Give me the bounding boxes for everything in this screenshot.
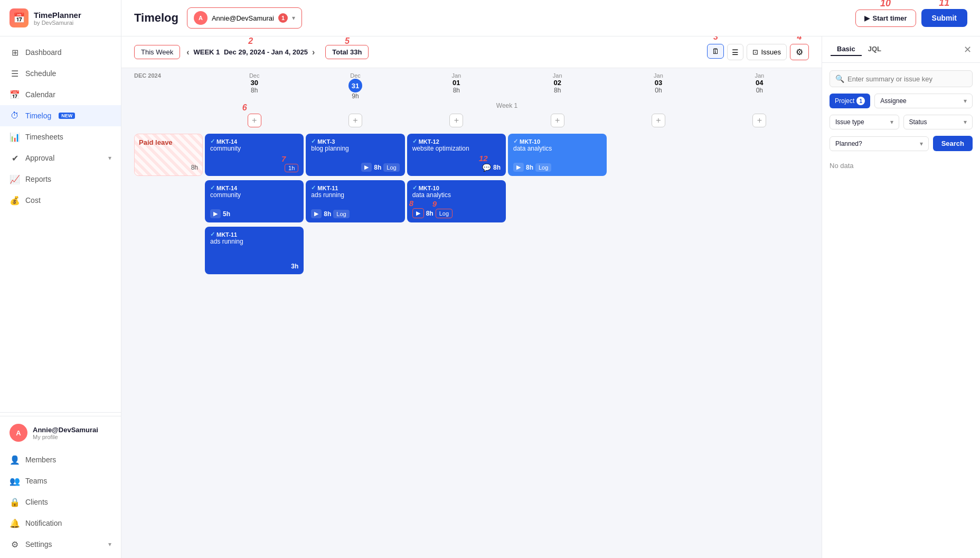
start-timer-button[interactable]: ▶ Start timer	[855, 10, 916, 27]
sidebar-item-settings[interactable]: ⚙ Settings ▾	[0, 534, 121, 555]
calendar-icon: 📅	[10, 89, 20, 100]
task-card-mkt11-1: ✓ MKT-11 ads running ▶ 8h Log	[306, 180, 404, 222]
panel-header: Basic JQL ✕	[822, 36, 980, 63]
list-view-button[interactable]: ☰	[727, 44, 743, 60]
planned-chevron-icon: ▾	[920, 140, 923, 147]
task-card-mkt10-1: ✓ MKT-10 data analytics ▶ 8h Log	[508, 134, 607, 176]
log-btn-mkt10-2[interactable]: Log	[436, 209, 453, 218]
paid-leave-cell: Paid leave 8h	[134, 134, 203, 176]
play-btn-mkt10-1[interactable]: ▶	[513, 163, 524, 172]
prev-week-arrow[interactable]: ‹	[186, 48, 189, 57]
timesheets-icon: 📊	[10, 132, 20, 142]
user-selector-badge: 1	[278, 13, 288, 23]
user-profile: My profile	[33, 434, 98, 440]
paid-leave-hours: 8h	[139, 164, 198, 171]
filter-row-3: Planned? ▾ Search	[830, 136, 973, 151]
tab-basic[interactable]: Basic	[831, 43, 862, 56]
sidebar-item-cost[interactable]: 💰 Cost	[0, 190, 121, 211]
log-btn-mkt10-1[interactable]: Log	[535, 163, 551, 172]
add-entry-jan02[interactable]: +	[551, 114, 564, 127]
sidebar-item-label: Timesheets	[25, 133, 63, 141]
issue-type-chevron-icon: ▾	[890, 118, 893, 126]
search-box: 🔍	[830, 70, 973, 87]
log-btn-mkt11-1[interactable]: Log	[333, 210, 349, 218]
tab-jql[interactable]: JQL	[862, 43, 888, 56]
sidebar-item-label: Clients	[25, 498, 48, 506]
planned-filter[interactable]: Planned? ▾	[830, 136, 929, 151]
date-range: Dec 29, 2024 - Jan 4, 2025	[224, 48, 308, 56]
user-selector[interactable]: A Annie@DevSamurai 1 ▾	[187, 7, 302, 29]
dropdown-chevron-icon: ▾	[292, 14, 295, 22]
sidebar-item-members[interactable]: 👤 Members	[0, 449, 121, 470]
col-dec30: Dec 30 8h	[205, 72, 304, 100]
sidebar-item-label: Approval	[25, 154, 54, 162]
timelog-new-badge: NEW	[59, 113, 75, 119]
status-filter[interactable]: Status ▾	[903, 115, 973, 129]
filter-button[interactable]: ⚙	[790, 44, 809, 60]
notification-icon: 🔔	[10, 518, 20, 528]
add-entry-jan03[interactable]: +	[652, 114, 665, 127]
task-card-mkt10-2: ✓ MKT-10 data analytics 8 ▶ 8h 9	[407, 180, 506, 222]
this-week-button[interactable]: This Week	[134, 45, 180, 59]
filter-row-1: Project 1 Assignee ▾	[830, 94, 973, 108]
anno-10: 10	[880, 0, 891, 9]
timelog-area: This Week ‹ 2 WEEK 1 Dec 29, 2024 - Jan …	[121, 36, 822, 558]
calendar-view-button[interactable]: 🗓	[707, 44, 724, 59]
header-left: Timelog A Annie@DevSamurai 1 ▾	[134, 7, 302, 29]
search-button[interactable]: Search	[933, 136, 973, 151]
task-card-mkt12: ✓ MKT-12 website optimization 12 💬 8h	[407, 134, 506, 176]
play-btn-mkt14-2[interactable]: ▶	[210, 209, 221, 218]
anno-4: 4	[797, 36, 802, 42]
log-btn-mkt3[interactable]: Log	[383, 163, 399, 172]
sidebar-item-clients[interactable]: 🔒 Clients	[0, 491, 121, 513]
play-btn-mkt10-2[interactable]: ▶	[412, 208, 424, 218]
sidebar-item-label: Teams	[25, 477, 47, 485]
members-icon: 👤	[10, 454, 20, 465]
submit-button[interactable]: Submit	[921, 9, 967, 27]
total-hours-badge: Total 33h	[325, 45, 369, 59]
cost-icon: 💰	[10, 195, 20, 206]
project-count: 1	[856, 97, 865, 105]
issues-icon: ⊡	[752, 48, 758, 56]
schedule-icon: ☰	[10, 68, 20, 79]
week-nav: This Week ‹ 2 WEEK 1 Dec 29, 2024 - Jan …	[121, 36, 822, 68]
sidebar-item-teams[interactable]: 👥 Teams	[0, 470, 121, 491]
play-icon: ▶	[864, 14, 870, 22]
task-card-mkt11-2: ✓ MKT-11 ads running 3h	[205, 227, 304, 274]
sidebar-item-timesheets[interactable]: 📊 Timesheets	[0, 126, 121, 147]
project-filter-label: Project	[835, 97, 854, 105]
sidebar-item-schedule[interactable]: ☰ Schedule	[0, 63, 121, 84]
assignee-filter[interactable]: Assignee ▾	[874, 94, 973, 108]
main-header: Timelog A Annie@DevSamurai 1 ▾ 10 ▶ Star…	[121, 0, 980, 36]
add-entry-dec30[interactable]: +	[248, 114, 261, 127]
play-btn-mkt3[interactable]: ▶	[361, 163, 372, 172]
assignee-chevron-icon: ▾	[964, 97, 967, 105]
add-entry-jan01[interactable]: +	[449, 114, 463, 127]
app-by: by DevSamurai	[34, 20, 81, 26]
panel-close-button[interactable]: ✕	[964, 44, 972, 55]
sidebar: 📅 TimePlanner by DevSamurai ⊞ Dashboard …	[0, 0, 121, 558]
issue-type-filter[interactable]: Issue type ▾	[830, 115, 899, 129]
sidebar-item-calendar[interactable]: 📅 Calendar	[0, 84, 121, 105]
anno-3: 3	[713, 36, 718, 42]
search-input[interactable]	[847, 75, 967, 83]
user-selector-avatar: A	[194, 11, 208, 25]
dashboard-icon: ⊞	[10, 47, 20, 58]
sidebar-item-reports[interactable]: 📈 Reports	[0, 169, 121, 190]
sidebar-item-timelog[interactable]: ⏱ Timelog NEW	[0, 105, 121, 126]
main-area: Timelog A Annie@DevSamurai 1 ▾ 10 ▶ Star…	[121, 0, 980, 558]
sidebar-item-approval[interactable]: ✔ Approval ▾	[0, 147, 121, 169]
sidebar-item-dashboard[interactable]: ⊞ Dashboard	[0, 42, 121, 63]
next-week-arrow[interactable]: ›	[312, 48, 315, 57]
add-entry-dec31[interactable]: +	[348, 114, 362, 127]
issues-button[interactable]: ⊡ Issues	[747, 44, 787, 60]
add-entry-jan04[interactable]: +	[752, 114, 766, 127]
play-btn-mkt11-1[interactable]: ▶	[311, 209, 322, 218]
sidebar-item-notification[interactable]: 🔔 Notification	[0, 513, 121, 534]
filter-row-2: Issue type ▾ Status ▾	[830, 115, 973, 129]
sidebar-item-label: Schedule	[25, 69, 56, 78]
content-wrap: This Week ‹ 2 WEEK 1 Dec 29, 2024 - Jan …	[121, 36, 980, 558]
sidebar-user[interactable]: A Annie@DevSamurai My profile	[0, 416, 121, 449]
user-selector-name: Annie@DevSamurai	[212, 14, 274, 22]
project-filter[interactable]: Project 1	[830, 94, 870, 108]
